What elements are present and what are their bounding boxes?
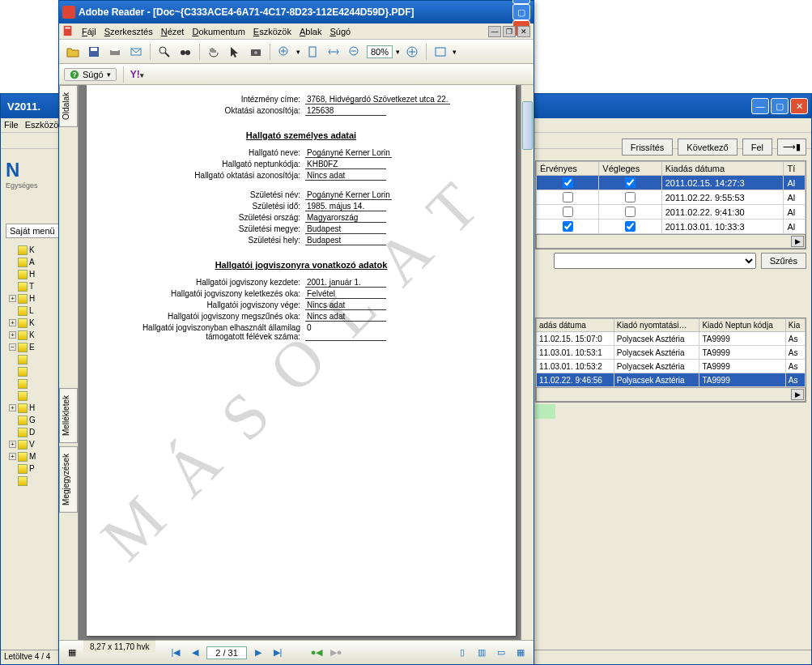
grid2-header[interactable]: Kiadó nyomtatási… <box>614 319 699 332</box>
zoom-plus-icon[interactable] <box>403 43 421 61</box>
pdf-viewport[interactable]: MÁSOLAT Intézmény címe:3768, Hidvégardó … <box>79 85 534 640</box>
grid2-row[interactable]: 11.02.22. 9:46:56Polyacsek AsztériaTA999… <box>537 373 806 387</box>
pdf-menu-fájl[interactable]: Fájl <box>82 27 96 36</box>
doc-minimize-button[interactable]: — <box>488 26 501 37</box>
grid2-header[interactable]: adás dátuma <box>537 319 614 332</box>
pdf-document-area: OldalakMellékletekMegjegyzések MÁSOLAT I… <box>59 85 534 640</box>
filter-button[interactable]: Szűrés <box>761 253 806 269</box>
grid2-row[interactable]: 11.02.15. 15:07:0Polyacsek AsztériaTA999… <box>537 332 806 346</box>
last-page-icon[interactable]: ▶| <box>270 645 286 661</box>
doc-label: Hallgató neve: <box>103 148 305 158</box>
svg-rect-3 <box>91 48 97 51</box>
pdf-maximize-button[interactable]: ▢ <box>512 4 530 20</box>
vertical-scrollbar[interactable] <box>521 85 534 640</box>
grid2-header[interactable]: Kiadó Neptun kódja <box>699 319 785 332</box>
validity-grid[interactable]: ÉrvényesVéglegesKiadás dátumaTí2011.02.1… <box>535 160 806 249</box>
grid1-scrollbar[interactable]: ▶ <box>536 234 806 249</box>
grid1-row[interactable]: 2011.03.01. 10:33:3Al <box>537 220 806 234</box>
first-page-icon[interactable]: |◀ <box>168 645 184 661</box>
grid1-row[interactable]: 2011.02.22. 9:41:30Al <box>537 205 806 220</box>
side-tab-1[interactable]: Mellékletek <box>59 388 78 443</box>
scroll-right-icon[interactable]: ▶ <box>791 236 804 247</box>
pdf-titlebar[interactable]: Adobe Reader - [Doc~{C333ACE4-6A71-4C17-… <box>59 1 534 23</box>
grid1-header[interactable]: Tí <box>784 162 806 176</box>
ervenyes-checkbox[interactable] <box>563 207 573 217</box>
doc-value: Pogányné Kerner Lorin <box>305 148 392 158</box>
pdf-menu-eszközök[interactable]: Eszközök <box>253 27 291 36</box>
side-tab-2[interactable]: Megjegyzések <box>59 446 78 513</box>
single-page-icon[interactable]: ▯ <box>454 645 470 661</box>
open-file-icon[interactable] <box>64 43 82 61</box>
fit-page-icon[interactable] <box>304 43 321 61</box>
email-icon[interactable] <box>127 43 145 61</box>
continuous-icon[interactable]: ▥ <box>474 645 490 661</box>
up-button[interactable]: Fel <box>742 139 772 156</box>
prev-page-icon[interactable]: ◀ <box>187 645 203 661</box>
filter-select[interactable] <box>554 253 756 269</box>
vegleges-checkbox[interactable] <box>625 207 636 217</box>
doc-restore-button[interactable]: ❐ <box>503 26 516 37</box>
back-view-icon[interactable]: ●◀ <box>308 645 325 661</box>
pdf-menu-ablak[interactable]: Ablak <box>300 27 322 36</box>
zoom-level-input[interactable]: 80% <box>367 45 393 58</box>
pdf-menu-szerkesztés[interactable]: Szerkesztés <box>104 27 153 36</box>
zoom-in-icon[interactable] <box>275 43 293 61</box>
doc-close-button[interactable]: ✕ <box>517 26 530 37</box>
pin-button[interactable]: ⟶▮ <box>777 139 806 156</box>
grid2-row[interactable]: 11.03.01. 10:53:2Polyacsek AsztériaTA999… <box>537 360 806 373</box>
bg-close-button[interactable]: ✕ <box>790 98 808 114</box>
vegleges-checkbox[interactable] <box>625 192 636 202</box>
continuous-facing-icon[interactable]: ▦ <box>512 645 529 661</box>
page-layout-icon[interactable]: ▦ <box>64 645 80 661</box>
bg-menu-tools[interactable]: Eszközö <box>25 120 59 130</box>
print-icon[interactable] <box>106 43 124 61</box>
doc-value: 1985. május 14. <box>305 202 386 211</box>
help-button[interactable]: ? Súgó ▾ <box>64 68 117 81</box>
grid1-header[interactable]: Érvényes <box>537 162 599 176</box>
save-icon[interactable] <box>85 43 103 61</box>
doc-value: 2001. január 1. <box>305 278 386 288</box>
select-tool-icon[interactable] <box>226 43 244 61</box>
pdf-menu-súgó[interactable]: Súgó <box>329 27 351 36</box>
page-number-input[interactable] <box>206 646 247 659</box>
doc-field-row: Hallgató neve:Pogányné Kerner Lorin <box>103 148 500 158</box>
vegleges-checkbox[interactable] <box>625 221 636 232</box>
datum-cell: 2011.02.15. 14:27:3 <box>661 176 784 190</box>
side-tab-0[interactable]: Oldalak <box>59 85 78 127</box>
scroll-right-icon[interactable]: ▶ <box>791 389 804 400</box>
facing-icon[interactable]: ▭ <box>493 645 509 661</box>
zoom-out-icon[interactable] <box>346 43 363 61</box>
grid2-scrollbar[interactable]: ▶ <box>536 387 806 402</box>
scroll-thumb[interactable] <box>522 101 533 150</box>
forward-view-icon[interactable]: ▶● <box>328 645 344 661</box>
issue-grid[interactable]: adás dátumaKiadó nyomtatási…Kiadó Neptun… <box>535 318 806 403</box>
ervenyes-checkbox[interactable] <box>563 221 573 232</box>
grid1-header[interactable]: Kiadás dátuma <box>661 162 784 176</box>
search-icon[interactable] <box>155 43 173 61</box>
yahoo-icon[interactable]: Y!▾ <box>130 69 144 80</box>
grid2-header[interactable]: Kia <box>785 319 805 332</box>
next-page-icon[interactable]: ▶ <box>250 645 266 661</box>
fit-width-icon[interactable] <box>325 43 342 61</box>
pdf-menu-dokumentum[interactable]: Dokumentum <box>192 27 244 36</box>
left-panel-tab[interactable]: Saját menü <box>6 224 59 238</box>
pdf-menu-nézet[interactable]: Nézet <box>161 27 185 36</box>
grid1-header[interactable]: Végleges <box>599 162 661 176</box>
grid2-row[interactable]: 11.03.01. 10:53:1Polyacsek AsztériaTA999… <box>537 346 806 360</box>
binoculars-icon[interactable] <box>176 43 194 61</box>
reading-mode-icon[interactable] <box>432 43 449 61</box>
ervenyes-checkbox[interactable] <box>563 192 573 202</box>
vegleges-checkbox[interactable] <box>625 177 636 188</box>
refresh-button[interactable]: Frissítés <box>622 139 674 156</box>
ervenyes-checkbox[interactable] <box>563 177 573 188</box>
grid1-row[interactable]: 2011.02.15. 14:27:3Al <box>537 176 806 190</box>
hand-tool-icon[interactable] <box>205 43 223 61</box>
bg-menu-file[interactable]: File <box>4 120 19 130</box>
bg-maximize-button[interactable]: ▢ <box>771 98 789 114</box>
next-button[interactable]: Következő <box>678 139 737 156</box>
bg-minimize-button[interactable]: — <box>751 98 769 114</box>
doc-field-row: Hallgatói jogviszony keletkezés oka:Felv… <box>103 289 500 299</box>
grid1-row[interactable]: 2011.02.22. 9:55:53Al <box>537 190 806 205</box>
svg-point-10 <box>185 50 190 55</box>
snapshot-tool-icon[interactable] <box>247 43 265 61</box>
